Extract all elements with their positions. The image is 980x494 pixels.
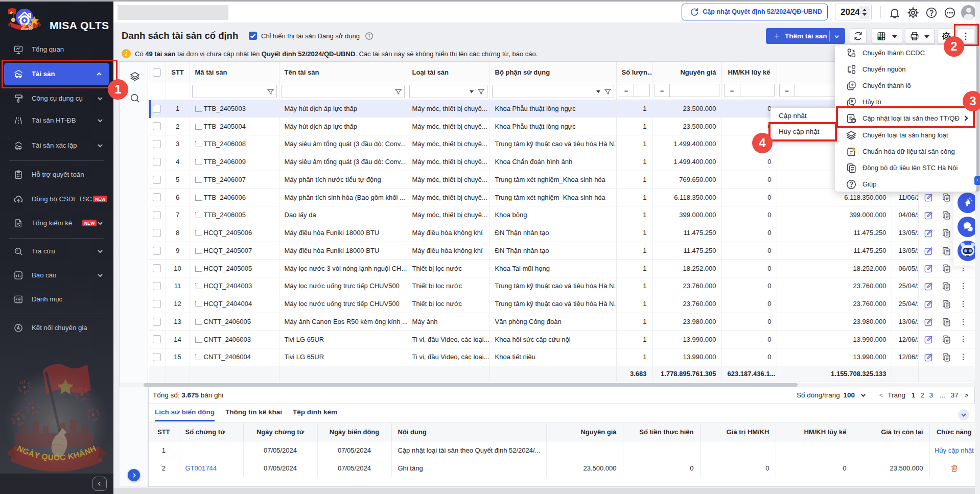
svg-text:2.9: 2.9 xyxy=(21,22,33,32)
